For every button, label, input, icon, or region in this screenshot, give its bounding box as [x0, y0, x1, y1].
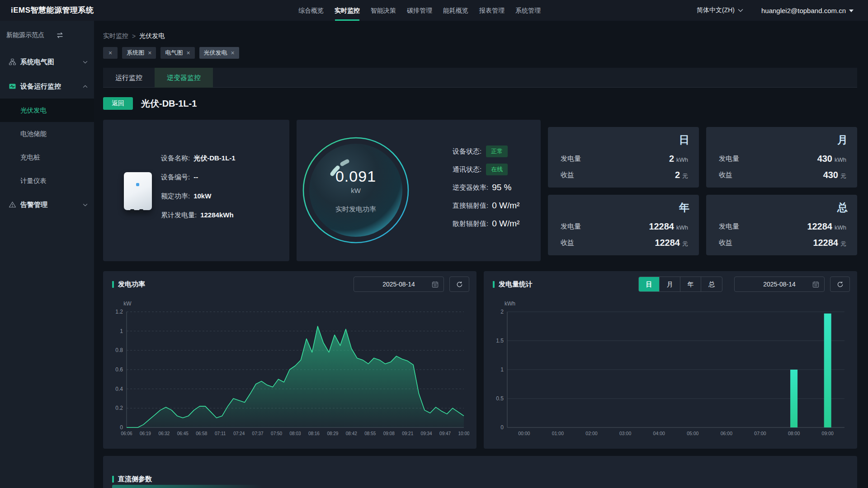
power-chart-header: 发电功率 2025-08-14 [112, 276, 469, 293]
svg-text:0: 0 [120, 424, 123, 431]
status-badge: 在线 [486, 164, 508, 175]
svg-text:0.2: 0.2 [115, 405, 123, 411]
svg-text:kW: kW [123, 300, 132, 307]
svg-text:07:00: 07:00 [754, 431, 766, 436]
device-monitor-icon [9, 83, 16, 90]
svg-text:03:00: 03:00 [619, 431, 631, 436]
sidebar-item-battery-storage[interactable]: 电池储能 [0, 122, 94, 145]
nav-energy-overview[interactable]: 能耗概览 [443, 0, 468, 21]
close-icon[interactable]: × [186, 49, 190, 56]
svg-text:09:08: 09:08 [383, 431, 395, 436]
sidebar-item-device-monitor[interactable]: 设备运行监控 [0, 74, 94, 99]
sidebar-item-system-electric-diagram[interactable]: 系统电气图 [0, 50, 94, 74]
site-selector[interactable]: 新能源示范点 [0, 21, 94, 42]
svg-text:2: 2 [500, 309, 504, 315]
stat-row: 收益12284元 [548, 235, 699, 251]
nav-realtime-monitor[interactable]: 实时监控 [335, 0, 360, 21]
stat-card-年: 年发电量12284kWh收益12284元 [548, 195, 699, 255]
stat-card-总: 总发电量12284kWh收益12284元 [706, 195, 857, 255]
power-refresh-button[interactable] [449, 277, 469, 292]
nav-system-management[interactable]: 系统管理 [515, 0, 541, 21]
tab-run-monitor[interactable]: 运行监控 [103, 68, 155, 88]
swap-icon[interactable] [56, 32, 64, 38]
status-row: 逆变器效率:95 % [453, 182, 519, 193]
stat-row: 收益2元 [548, 167, 699, 183]
chevron-down-icon [738, 9, 743, 12]
stat-cards: 日发电量2kWh收益2元月发电量430kWh收益430元年发电量12284kWh… [548, 127, 857, 255]
toolbar: 返回 光伏-DB-1L-1 [103, 97, 857, 110]
nav-carbon-management[interactable]: 碳排管理 [407, 0, 432, 21]
sidebar-item-metering[interactable]: 计量仪表 [0, 169, 94, 192]
power-chart-title: 发电功率 [112, 280, 145, 289]
nav-report-management[interactable]: 报表管理 [479, 0, 505, 21]
tab-inverter-monitor[interactable]: 逆变器监控 [155, 68, 213, 88]
nav-overview[interactable]: 综合概览 [298, 0, 324, 21]
device-field: 设备编号:-- [161, 173, 236, 182]
tag-pv-generation[interactable]: 光伏发电× [199, 47, 239, 59]
breadcrumb-parent[interactable]: 实时监控 [103, 32, 128, 40]
svg-text:06:00: 06:00 [721, 431, 732, 436]
svg-text:08:00: 08:00 [788, 431, 800, 436]
energy-chart-header: 发电量统计 日月年总 2025-08-14 [493, 276, 850, 293]
svg-text:10:00: 10:00 [458, 431, 469, 436]
status-row: 直接辐射值:0 W/m² [453, 200, 519, 211]
svg-text:07:37: 07:37 [252, 431, 264, 436]
sidebar-item-charging-pile[interactable]: 充电桩 [0, 145, 94, 169]
device-info-panel: 设备名称:光伏-DB-1L-1设备编号:--额定功率:10kW累计发电量:122… [103, 120, 289, 261]
sidebar-item-pv-generation[interactable]: 光伏发电 [0, 99, 94, 122]
status-row: 通讯状态:在线 [453, 164, 519, 175]
energy-date-picker[interactable]: 2025-08-14 [734, 277, 825, 292]
power-gauge: 0.091 kW 实时发电功率 [301, 135, 411, 245]
calendar-icon [432, 281, 439, 288]
status-row: 设备状态:正常 [453, 146, 519, 157]
tag-system-diagram[interactable]: 系统图× [122, 47, 156, 59]
period-button-月[interactable]: 月 [660, 277, 680, 291]
svg-text:06:19: 06:19 [140, 431, 151, 436]
tag-close-all[interactable]: × [103, 47, 118, 59]
svg-text:09:00: 09:00 [822, 431, 834, 436]
power-chart-card: 发电功率 2025-08-14 00.20.40.60.811.2kW06:06… [103, 271, 476, 449]
energy-bar-chart: 00.511.52kWh00:0001:0002:0003:0004:0005:… [491, 300, 850, 443]
period-label: 月 [837, 133, 848, 147]
top-nav: 综合概览实时监控智能决策碳排管理能耗概览报表管理系统管理 [298, 0, 552, 21]
chevron-down-icon [83, 61, 88, 64]
sidebar-item-alarm-management[interactable]: 告警管理 [0, 192, 94, 217]
tag-electric-diagram[interactable]: 电气图× [160, 47, 194, 59]
period-button-年[interactable]: 年 [680, 277, 701, 291]
svg-text:08:03: 08:03 [289, 431, 301, 436]
user-menu[interactable]: huanglei2@topband.com.cn [761, 7, 854, 14]
close-icon[interactable]: × [108, 49, 112, 56]
summary-row: 设备名称:光伏-DB-1L-1设备编号:--额定功率:10kW累计发电量:122… [103, 120, 857, 261]
period-button-总[interactable]: 总 [701, 277, 722, 291]
nav-smart-decision[interactable]: 智能决策 [371, 0, 396, 21]
close-icon[interactable]: × [148, 49, 151, 56]
svg-text:08:55: 08:55 [364, 431, 376, 436]
sidebar-menu: 系统电气图 设备运行监控 光伏发电电池储能充电桩计量仪表 告警管理 [0, 50, 94, 217]
close-icon[interactable]: × [231, 49, 235, 56]
language-selector[interactable]: 简体中文(ZH) [697, 6, 743, 14]
status-badge: 正常 [486, 145, 508, 157]
stat-row: 发电量2kWh [548, 150, 699, 167]
top-header: iEMS智慧能源管理系统 综合概览实时监控智能决策碳排管理能耗概览报表管理系统管… [0, 0, 868, 21]
svg-text:08:42: 08:42 [346, 431, 357, 436]
svg-text:kWh: kWh [505, 300, 515, 307]
device-fields: 设备名称:光伏-DB-1L-1设备编号:--额定功率:10kW累计发电量:122… [161, 154, 236, 230]
device-field: 额定功率:10kW [161, 192, 236, 201]
svg-text:0: 0 [500, 424, 504, 431]
power-date-picker[interactable]: 2025-08-14 [354, 277, 444, 292]
svg-text:06:32: 06:32 [158, 431, 170, 436]
svg-text:09:47: 09:47 [439, 431, 451, 436]
back-button[interactable]: 返回 [103, 97, 133, 110]
gauge-value: 0.091 [335, 168, 376, 185]
energy-date-value: 2025-08-14 [763, 281, 796, 288]
energy-refresh-button[interactable] [830, 277, 850, 292]
gauge-panel: 0.091 kW 实时发电功率 设备状态:正常通讯状态:在线逆变器效率:95 %… [297, 120, 541, 261]
dc-params-card: 直流侧参数 [103, 456, 857, 488]
calendar-icon [812, 281, 819, 288]
svg-text:05:00: 05:00 [687, 431, 698, 436]
svg-text:0.5: 0.5 [496, 395, 504, 402]
period-button-日[interactable]: 日 [639, 277, 660, 291]
tag-row: ×系统图×电气图×光伏发电× [103, 47, 857, 59]
main-content: 实时监控 > 光伏发电 ×系统图×电气图×光伏发电× 运行监控逆变器监控 返回 … [94, 21, 868, 488]
energy-chart-card: 发电量统计 日月年总 2025-08-14 00.511.52kWh00:000… [484, 271, 857, 449]
